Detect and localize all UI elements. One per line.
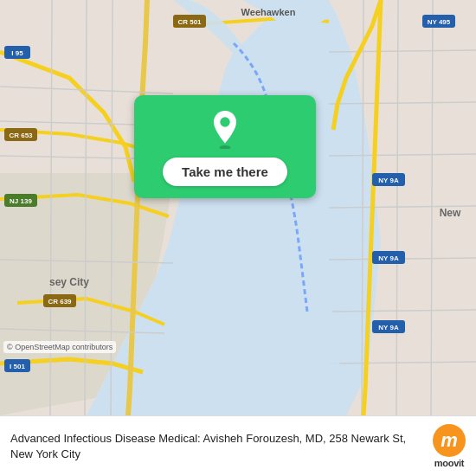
moovit-letter: m: [441, 431, 458, 450]
map-container: I 95 CR 501 NY 495 CR 653 NJ 139 NY 9A N…: [0, 0, 476, 415]
map-background: I 95 CR 501 NY 495 CR 653 NJ 139 NY 9A N…: [0, 0, 476, 415]
svg-point-27: [219, 145, 230, 149]
svg-text:Weehawken: Weehawken: [241, 7, 296, 17]
svg-text:NY 9A: NY 9A: [378, 177, 399, 184]
svg-text:CR 639: CR 639: [48, 298, 72, 306]
svg-text:NJ 139: NJ 139: [10, 197, 32, 205]
moovit-brand-name: moovit: [434, 458, 464, 468]
moovit-logo: m moovit: [433, 424, 466, 468]
svg-text:I 501: I 501: [10, 363, 25, 370]
svg-text:CR 501: CR 501: [177, 18, 202, 26]
svg-text:CR 653: CR 653: [9, 132, 33, 139]
svg-text:New: New: [440, 207, 461, 219]
svg-point-28: [220, 117, 229, 126]
svg-text:NY 9A: NY 9A: [378, 324, 399, 331]
location-pin-icon: [206, 111, 244, 149]
svg-text:NY 9A: NY 9A: [378, 254, 399, 262]
svg-text:NY 495: NY 495: [428, 18, 451, 26]
footer: Advanced Infectious Disease Medical: Avi…: [0, 415, 476, 476]
svg-text:I 95: I 95: [11, 49, 23, 57]
location-description: Advanced Infectious Disease Medical: Avi…: [10, 431, 424, 461]
cta-overlay: Take me there: [134, 95, 316, 198]
map-attribution: © OpenStreetMap contributors: [3, 341, 116, 353]
moovit-circle: m: [433, 424, 466, 457]
svg-text:sey City: sey City: [49, 276, 89, 288]
take-me-there-button[interactable]: Take me there: [163, 158, 287, 186]
